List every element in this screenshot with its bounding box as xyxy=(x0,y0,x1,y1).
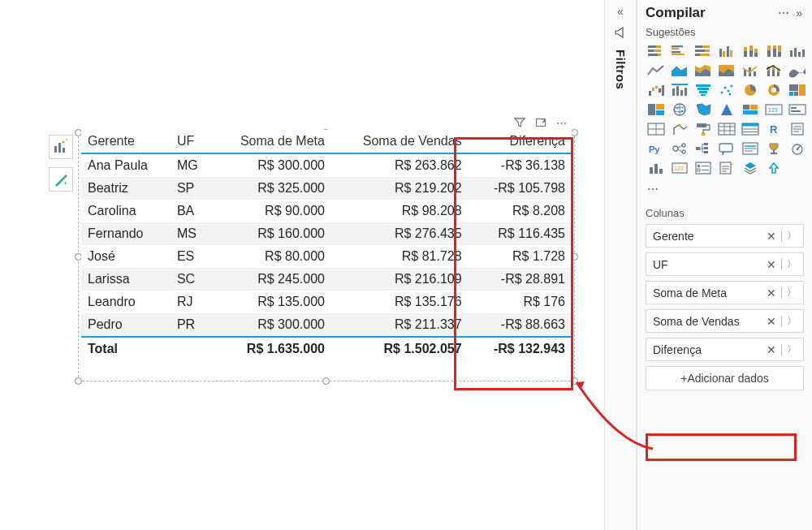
viz-type-get-visuals[interactable] xyxy=(763,160,784,176)
suggest-visual-button[interactable] xyxy=(49,135,73,159)
table-row[interactable]: LarissaSCR$ 245.000R$ 216.109-R$ 28.891 xyxy=(81,268,572,291)
pane-more-icon[interactable]: ⋯ » xyxy=(778,6,804,19)
viz-type-clustered-bar[interactable] xyxy=(669,43,689,59)
table-row[interactable]: BeatrizSPR$ 325.000R$ 219.202-R$ 105.798 xyxy=(81,177,572,200)
viz-type-map-globe[interactable] xyxy=(669,101,689,118)
filters-pane-collapsed[interactable]: « Filtros xyxy=(604,0,637,530)
remove-field-icon[interactable]: ✕ xyxy=(767,259,776,270)
viz-type-py-visual[interactable]: Py xyxy=(646,140,666,157)
table-row[interactable]: JoséESR$ 80.000R$ 81.728R$ 1.728 xyxy=(81,245,572,268)
svg-point-69 xyxy=(728,93,731,96)
svg-rect-54 xyxy=(659,88,661,93)
table-row[interactable]: PedroPRR$ 300.000R$ 211.337-R$ 88.663 xyxy=(81,313,572,337)
resize-handle[interactable] xyxy=(571,129,578,136)
viz-type-area-100[interactable] xyxy=(716,62,736,79)
viz-type-line-stacked[interactable] xyxy=(763,62,784,79)
viz-type-matrix[interactable] xyxy=(716,121,736,137)
col-header-vendas[interactable]: Soma de Vendas xyxy=(331,130,469,153)
field-menu-icon[interactable]: 〉 xyxy=(787,229,797,243)
field-well-soma-de-vendas[interactable]: Soma de Vendas✕〉 xyxy=(646,309,804,333)
table-row[interactable]: LeandroRJR$ 135.000R$ 135.176R$ 176 xyxy=(81,291,572,313)
more-options-icon[interactable]: ⋯ xyxy=(556,117,567,131)
field-menu-icon[interactable]: 〉 xyxy=(787,343,797,356)
col-header-meta[interactable]: Soma de Meta xyxy=(212,130,331,153)
viz-type-line[interactable] xyxy=(646,62,666,79)
viz-type-funnel[interactable] xyxy=(693,82,713,98)
viz-type-multi-row[interactable] xyxy=(646,121,666,137)
viz-type-narrative[interactable] xyxy=(740,140,760,157)
viz-type-pie[interactable] xyxy=(740,82,760,98)
svg-rect-18 xyxy=(695,50,705,52)
field-well-soma-de-meta[interactable]: Soma de Meta✕〉 xyxy=(646,281,804,304)
viz-type-paint-roller[interactable] xyxy=(693,121,713,137)
viz-type-card-123[interactable]: 123 xyxy=(763,101,784,118)
collapse-icon[interactable]: « xyxy=(617,5,624,18)
resize-handle[interactable] xyxy=(75,377,82,385)
focus-mode-icon[interactable] xyxy=(535,117,546,131)
report-canvas[interactable]: + ⋯ Gerente UF Soma de Meta Soma de Vend… xyxy=(0,0,604,530)
remove-field-icon[interactable]: ✕ xyxy=(767,316,776,327)
viz-type-map-tree[interactable] xyxy=(646,101,666,118)
viz-type-ribbon[interactable] xyxy=(787,62,807,79)
svg-rect-21 xyxy=(719,49,722,57)
viz-type-line-column[interactable] xyxy=(740,62,760,79)
table-row[interactable]: FernandoMSR$ 160.000R$ 276.435R$ 116.435 xyxy=(81,222,572,245)
viz-type-app[interactable] xyxy=(740,160,760,176)
viz-type-shape-map[interactable] xyxy=(740,101,760,118)
field-well-diferença[interactable]: Diferença✕〉 xyxy=(646,338,804,361)
field-menu-icon[interactable]: 〉 xyxy=(787,257,797,271)
remove-field-icon[interactable]: ✕ xyxy=(767,344,776,355)
viz-type-scatter[interactable] xyxy=(716,82,736,98)
viz-type-stacked-column[interactable] xyxy=(740,43,760,59)
add-data-button[interactable]: +Adicionar dados xyxy=(646,366,804,390)
viz-type-donut[interactable] xyxy=(763,82,784,98)
viz-type-stacked-column-100[interactable] xyxy=(763,43,784,59)
viz-type-funnel-col[interactable] xyxy=(669,82,689,98)
field-menu-icon[interactable]: 〉 xyxy=(787,286,797,299)
viz-type-metrics[interactable] xyxy=(787,140,807,157)
viz-type-area[interactable] xyxy=(669,62,689,79)
field-menu-icon[interactable]: 〉 xyxy=(787,314,797,328)
field-well-uf[interactable]: UF✕〉 xyxy=(646,252,804,276)
viz-type-r-visual[interactable]: R xyxy=(763,121,784,137)
table-row[interactable]: CarolinaBAR$ 90.000R$ 98.208R$ 8.208 xyxy=(81,200,572,222)
viz-type-goals[interactable] xyxy=(763,140,784,157)
resize-handle[interactable] xyxy=(322,377,330,385)
resize-handle[interactable] xyxy=(571,377,578,385)
viz-type-stacked-bar-100[interactable] xyxy=(693,43,713,59)
remove-field-icon[interactable]: ✕ xyxy=(767,287,776,299)
viz-type-key-influencers[interactable] xyxy=(669,140,689,157)
viz-type-smart-narrative[interactable]: 123 xyxy=(669,160,689,176)
viz-type-decomposition[interactable] xyxy=(693,140,713,157)
viz-type-qa[interactable] xyxy=(716,140,736,157)
viz-type-stacked-area[interactable] xyxy=(693,62,713,79)
viz-type-filled-map[interactable] xyxy=(693,101,713,118)
table-visual[interactable]: ⋯ Gerente UF Soma de Meta Soma de Vendas… xyxy=(81,130,572,360)
viz-type-stacked-bar[interactable] xyxy=(646,43,666,59)
viz-type-treemap[interactable] xyxy=(787,82,807,98)
gallery-more-icon[interactable]: ⋯ xyxy=(646,181,804,202)
viz-type-azure-map[interactable] xyxy=(716,101,736,118)
field-well-gerente[interactable]: Gerente✕〉 xyxy=(646,224,804,248)
col-header-dif[interactable]: Diferença xyxy=(469,130,572,153)
viz-type-paginated[interactable] xyxy=(787,121,807,137)
filter-icon[interactable] xyxy=(514,117,525,131)
svg-rect-16 xyxy=(695,45,702,48)
viz-type-paginated-2[interactable] xyxy=(716,160,736,176)
resize-handle[interactable] xyxy=(571,253,578,261)
format-brush-button[interactable]: + xyxy=(49,167,73,192)
viz-type-waterfall[interactable] xyxy=(646,82,666,98)
viz-type-table[interactable] xyxy=(740,121,760,137)
remove-field-icon[interactable]: ✕ xyxy=(767,231,776,242)
cell-uf: SC xyxy=(171,268,212,291)
viz-type-card[interactable] xyxy=(787,101,807,118)
svg-rect-1 xyxy=(58,143,61,153)
viz-type-clustered-column[interactable] xyxy=(716,43,736,59)
col-header-gerente[interactable]: Gerente xyxy=(81,130,171,153)
col-header-uf[interactable]: UF xyxy=(171,130,212,153)
table-row[interactable]: Ana PaulaMGR$ 300.000R$ 263.862-R$ 36.13… xyxy=(81,153,572,177)
viz-type-clustered-column-line[interactable] xyxy=(787,43,807,59)
viz-type-column-simple[interactable] xyxy=(646,160,666,176)
viz-type-slicer[interactable] xyxy=(693,160,713,176)
viz-type-kpi[interactable] xyxy=(669,121,689,137)
